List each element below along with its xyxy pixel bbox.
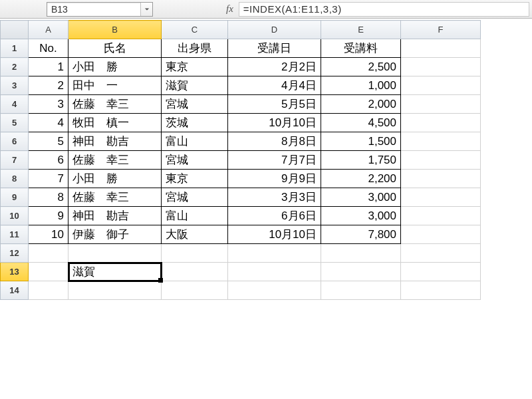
cell-D2[interactable]: 2月2日 [228,58,321,76]
cell-D1[interactable]: 受講日 [228,39,321,58]
cell-F2[interactable] [401,58,481,76]
cell-E10[interactable]: 3,000 [321,207,401,225]
row-header-1[interactable]: 1 [1,39,29,58]
row-header-10[interactable]: 10 [1,207,29,225]
cell-C14[interactable] [162,281,228,300]
cell-B1[interactable]: 氏名 [68,39,162,58]
cell-A9[interactable]: 8 [29,188,68,207]
cell-F12[interactable] [401,244,481,263]
cell-D8[interactable]: 9月9日 [228,170,321,188]
cell-C4[interactable]: 宮城 [162,95,228,114]
cell-B8[interactable]: 小田 勝 [68,170,162,188]
cell-F9[interactable] [401,188,481,207]
cell-A4[interactable]: 3 [29,95,68,114]
cell-E12[interactable] [321,244,401,263]
column-header-D[interactable]: D [228,21,321,39]
cell-A6[interactable]: 5 [29,132,68,151]
cell-F5[interactable] [401,114,481,132]
cell-C13[interactable] [162,263,228,281]
row-header-8[interactable]: 8 [1,170,29,188]
cell-B14[interactable] [68,281,162,300]
cell-B6[interactable]: 神田 勘吉 [68,132,162,151]
cell-E1[interactable]: 受講料 [321,39,401,58]
cell-A7[interactable]: 6 [29,151,68,170]
column-header-B[interactable]: B [68,21,162,39]
cell-B3[interactable]: 田中 一 [68,76,162,95]
column-header-F[interactable]: F [401,21,481,39]
cell-A11[interactable]: 10 [29,225,68,244]
cell-E9[interactable]: 3,000 [321,188,401,207]
column-header-E[interactable]: E [321,21,401,39]
column-header-C[interactable]: C [162,21,228,39]
cell-D7[interactable]: 7月7日 [228,151,321,170]
cell-D3[interactable]: 4月4日 [228,76,321,95]
formula-input[interactable]: =INDEX(A1:E11,3,3) [239,2,529,17]
cell-E14[interactable] [321,281,401,300]
row-header-12[interactable]: 12 [1,244,29,263]
cell-E4[interactable]: 2,000 [321,95,401,114]
cell-B11[interactable]: 伊藤 御子 [68,225,162,244]
cell-D5[interactable]: 10月10日 [228,114,321,132]
row-header-3[interactable]: 3 [1,76,29,95]
fx-icon[interactable]: fx [226,3,233,15]
cell-E6[interactable]: 1,500 [321,132,401,151]
cell-C10[interactable]: 富山 [162,207,228,225]
cell-F11[interactable] [401,225,481,244]
cell-C6[interactable]: 富山 [162,132,228,151]
cell-D6[interactable]: 8月8日 [228,132,321,151]
cell-F10[interactable] [401,207,481,225]
cell-C2[interactable]: 東京 [162,58,228,76]
cell-B12[interactable] [68,244,162,263]
cell-F8[interactable] [401,170,481,188]
row-header-6[interactable]: 6 [1,132,29,151]
cell-C1[interactable]: 出身県 [162,39,228,58]
cell-E3[interactable]: 1,000 [321,76,401,95]
cell-A12[interactable] [29,244,68,263]
row-header-14[interactable]: 14 [1,281,29,300]
row-header-7[interactable]: 7 [1,151,29,170]
cell-F1[interactable] [401,39,481,58]
cell-A14[interactable] [29,281,68,300]
cell-A5[interactable]: 4 [29,114,68,132]
cell-B10[interactable]: 神田 勘吉 [68,207,162,225]
cell-D10[interactable]: 6月6日 [228,207,321,225]
cell-B4[interactable]: 佐藤 幸三 [68,95,162,114]
cell-A3[interactable]: 2 [29,76,68,95]
cell-E13[interactable] [321,263,401,281]
name-box-dropdown[interactable] [140,3,152,16]
cell-C12[interactable] [162,244,228,263]
cell-E8[interactable]: 2,200 [321,170,401,188]
cell-F4[interactable] [401,95,481,114]
cell-B5[interactable]: 牧田 槙一 [68,114,162,132]
row-header-11[interactable]: 11 [1,225,29,244]
cell-B7[interactable]: 佐藤 幸三 [68,151,162,170]
cell-C11[interactable]: 大阪 [162,225,228,244]
cell-B9[interactable]: 佐藤 幸三 [68,188,162,207]
cell-B2[interactable]: 小田 勝 [68,58,162,76]
cell-D12[interactable] [228,244,321,263]
cell-D14[interactable] [228,281,321,300]
cell-A10[interactable]: 9 [29,207,68,225]
cell-A8[interactable]: 7 [29,170,68,188]
cell-D13[interactable] [228,263,321,281]
name-box[interactable]: B13 [47,2,153,17]
row-header-4[interactable]: 4 [1,95,29,114]
cell-F7[interactable] [401,151,481,170]
cell-D4[interactable]: 5月5日 [228,95,321,114]
cell-B13[interactable]: 滋賀 [68,263,162,281]
row-header-9[interactable]: 9 [1,188,29,207]
column-header-A[interactable]: A [29,21,68,39]
cell-E5[interactable]: 4,500 [321,114,401,132]
cell-F6[interactable] [401,132,481,151]
cell-E7[interactable]: 1,750 [321,151,401,170]
cell-E2[interactable]: 2,500 [321,58,401,76]
cell-F3[interactable] [401,76,481,95]
cell-C8[interactable]: 東京 [162,170,228,188]
cell-F13[interactable] [401,263,481,281]
cell-C5[interactable]: 茨城 [162,114,228,132]
spreadsheet-grid[interactable]: ABCDEF 1No.氏名出身県受講日受講料21小田 勝東京2月2日2,5003… [0,20,481,300]
cell-D9[interactable]: 3月3日 [228,188,321,207]
cell-F14[interactable] [401,281,481,300]
row-header-13[interactable]: 13 [1,263,29,281]
cell-A13[interactable] [29,263,68,281]
